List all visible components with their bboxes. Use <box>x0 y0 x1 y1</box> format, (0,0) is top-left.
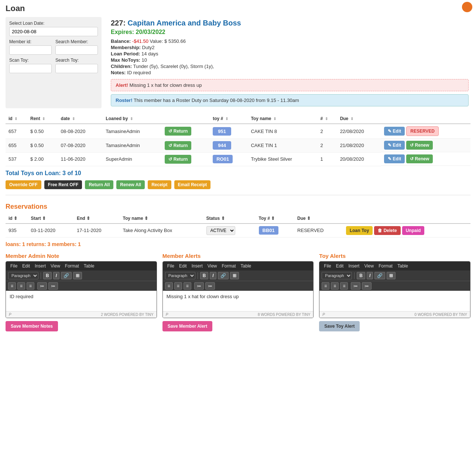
italic-button[interactable]: I <box>53 272 59 279</box>
res-col-toynum[interactable]: Toy # ⇕ <box>256 214 295 224</box>
renew-all-button[interactable]: Renew All <box>116 180 145 189</box>
edit-button[interactable]: ✎ Edit <box>384 141 405 150</box>
bold-button[interactable]: B <box>43 272 52 279</box>
align-center[interactable]: ≡ <box>17 282 25 290</box>
toy-paragraph-select[interactable]: Paragraph <box>322 272 352 279</box>
renew-button[interactable]: ↺ Renew <box>406 141 433 150</box>
alerts-image[interactable]: ⊞ <box>230 272 239 279</box>
col-date[interactable]: date ⇕ <box>58 114 103 124</box>
menu-format[interactable]: Format <box>64 263 81 269</box>
save-toy-alert-button[interactable]: Save Toy Alert <box>319 321 360 331</box>
align-left[interactable]: ≡ <box>8 282 16 290</box>
page-title: Loan <box>6 4 470 13</box>
search-member-input[interactable] <box>55 45 98 55</box>
return-button[interactable]: ↺ Return <box>165 155 191 164</box>
res-col-status[interactable]: Status ⇕ <box>203 214 256 224</box>
alerts-menu-file[interactable]: File <box>166 263 176 269</box>
alerts-align-center[interactable]: ≡ <box>174 282 182 290</box>
edit-button[interactable]: ✎ Edit <box>384 127 405 136</box>
alerts-menu-format[interactable]: Format <box>220 263 237 269</box>
col-loaned-by[interactable]: Loaned by ⇕ <box>103 114 162 124</box>
loan-toy-button[interactable]: Loan Toy <box>346 226 373 235</box>
return-all-button[interactable]: Return All <box>85 180 113 189</box>
col-toy-num[interactable]: toy # ⇕ <box>210 114 248 124</box>
edit-button[interactable]: ✎ Edit <box>384 154 405 163</box>
alerts-list-ul[interactable]: ≔ <box>205 282 215 290</box>
list-ol[interactable]: ≔ <box>37 282 47 290</box>
save-member-notes-button[interactable]: Save Member Notes <box>6 321 58 331</box>
alerts-bold[interactable]: B <box>200 272 209 279</box>
member-alerts-content[interactable]: Missing 1 x hat for clown dress up <box>163 291 314 311</box>
res-col-toyname[interactable]: Toy name ⇕ <box>120 214 203 224</box>
list-ul[interactable]: ≔ <box>48 282 58 290</box>
alerts-link[interactable]: 🔗 <box>218 272 229 279</box>
toy-menu-insert[interactable]: Insert <box>347 263 361 269</box>
toy-italic[interactable]: I <box>367 272 373 279</box>
toy-image[interactable]: ⊞ <box>387 272 395 279</box>
alerts-menu-view[interactable]: View <box>206 263 219 269</box>
link-button[interactable]: 🔗 <box>61 272 72 279</box>
align-right[interactable]: ≡ <box>27 282 34 290</box>
receipt-button[interactable]: Receipt <box>148 180 171 189</box>
image-button[interactable]: ⊞ <box>73 272 82 279</box>
toy-menu-table[interactable]: Table <box>396 263 410 269</box>
delete-reservation-button[interactable]: 🗑 Delete <box>374 226 400 235</box>
search-toy-input[interactable] <box>55 64 98 73</box>
toy-list-ul[interactable]: ≔ <box>362 282 371 290</box>
col-due[interactable]: Due ⇕ <box>337 114 381 124</box>
toy-menu-view[interactable]: View <box>363 263 375 269</box>
col-rent[interactable]: Rent ⇕ <box>27 114 58 124</box>
res-col-start[interactable]: Start ⇕ <box>28 214 74 224</box>
col-qty[interactable]: # ⇕ <box>318 114 337 124</box>
col-id[interactable]: id ⇕ <box>6 114 27 124</box>
alerts-menu-insert[interactable]: Insert <box>190 263 204 269</box>
alerts-paragraph-select[interactable]: Paragraph <box>165 272 195 279</box>
alerts-menu-edit[interactable]: Edit <box>178 263 188 269</box>
menu-file[interactable]: File <box>9 263 19 269</box>
alerts-align-right[interactable]: ≡ <box>184 282 191 290</box>
alerts-italic[interactable]: I <box>210 272 216 279</box>
toy-alerts-content[interactable] <box>319 291 470 311</box>
toy-menu-format[interactable]: Format <box>377 263 394 269</box>
toy-align-right[interactable]: ≡ <box>340 282 348 290</box>
free-rent-button[interactable]: Free Rent OFF <box>44 180 82 189</box>
unpaid-button[interactable]: Unpaid <box>402 226 425 235</box>
loan-qty: 2 <box>318 124 337 139</box>
menu-view[interactable]: View <box>49 263 62 269</box>
res-status-select[interactable]: ACTIVE <box>206 226 235 235</box>
email-receipt-button[interactable]: Email Receipt <box>174 180 211 189</box>
toy-list-ol[interactable]: ≔ <box>351 282 360 290</box>
toy-align-left[interactable]: ≡ <box>322 282 329 290</box>
toy-align-center[interactable]: ≡ <box>331 282 339 290</box>
menu-edit[interactable]: Edit <box>21 263 31 269</box>
renew-button[interactable]: ↺ Renew <box>406 154 433 163</box>
res-id: 935 <box>6 224 28 238</box>
menu-insert[interactable]: Insert <box>33 263 47 269</box>
res-col-id[interactable]: id ⇕ <box>6 214 28 224</box>
alerts-align-left[interactable]: ≡ <box>165 282 173 290</box>
alerts-menu-table[interactable]: Table <box>239 263 253 269</box>
paragraph-select[interactable]: Paragraph <box>8 272 38 279</box>
scan-toy-input[interactable] <box>9 64 52 73</box>
return-button[interactable]: ↺ Return <box>165 127 191 136</box>
save-member-alert-button[interactable]: Save Member Alert <box>162 321 213 331</box>
return-button[interactable]: ↺ Return <box>165 141 191 150</box>
toy-link[interactable]: 🔗 <box>374 272 385 279</box>
res-col-end[interactable]: End ⇕ <box>74 214 120 224</box>
override-button[interactable]: Override OFF <box>6 180 41 189</box>
member-id-input[interactable] <box>9 45 52 55</box>
toy-menu-file[interactable]: File <box>322 263 332 269</box>
scan-toy-label: Scan Toy: <box>9 58 52 63</box>
loan-date-input[interactable] <box>9 27 98 36</box>
toy-toolbar-sep <box>354 272 355 279</box>
member-note-poweredby: POWERED BY TINY <box>119 313 154 317</box>
menu-table[interactable]: Table <box>82 263 96 269</box>
res-col-due[interactable]: Due ⇕ <box>294 214 343 224</box>
toy-menu-edit[interactable]: Edit <box>335 263 345 269</box>
max-toys-line: Max NoToys: 10 <box>111 57 469 63</box>
member-note-content[interactable]: ID required <box>6 291 157 311</box>
col-toy-name[interactable]: Toy name ⇕ <box>248 114 317 124</box>
toy-bold[interactable]: B <box>357 272 365 279</box>
loan-loaned-by: SuperAdmin <box>103 152 162 166</box>
alerts-list-ol[interactable]: ≔ <box>194 282 204 290</box>
